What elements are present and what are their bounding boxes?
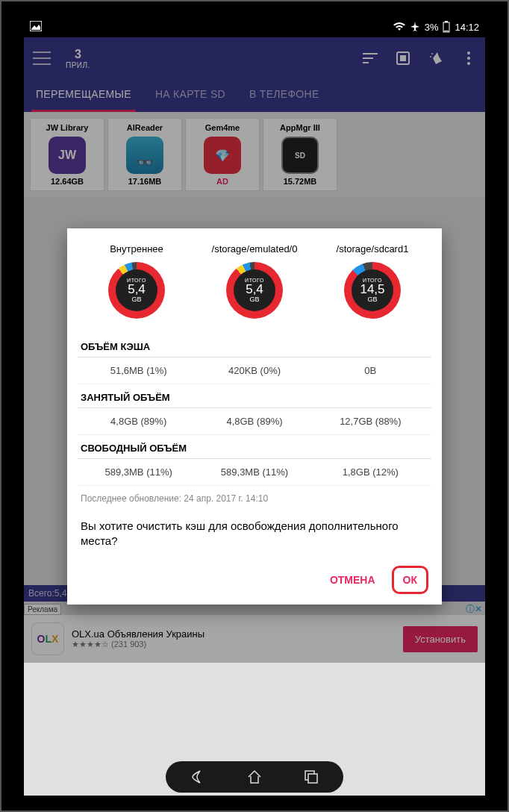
app-card[interactable]: Gem4me 💎 AD (185, 118, 260, 191)
svg-point-9 (431, 53, 433, 54)
app-icon: JW (49, 137, 86, 174)
clean-icon[interactable] (428, 51, 443, 66)
app-grid: JW Library JW 12.64GB AlReader 👓 17.16MB… (24, 112, 485, 197)
tabs: ПЕРЕМЕЩАЕМЫЕ НА КАРТЕ SD В ТЕЛЕФОНЕ (24, 79, 485, 112)
storage-dialog: Внутреннее ИТОГО 5,4 GB /storage/emulate… (67, 228, 442, 605)
sort-icon[interactable] (363, 51, 378, 66)
svg-point-12 (467, 57, 470, 60)
tab-phone[interactable]: В ТЕЛЕФОНЕ (237, 79, 331, 112)
airplane-icon (410, 22, 420, 32)
app-icon: SD (281, 137, 319, 174)
storage-emulated: /storage/emulated/0 ИТОГО 5,4 GB (196, 243, 313, 319)
svg-rect-3 (444, 31, 449, 31)
back-button[interactable] (188, 767, 207, 787)
dialog-prompt: Вы хотите очистить кэш для освобождения … (78, 511, 431, 563)
storage-sdcard: /storage/sdcard1 ИТОГО 14,5 GB (313, 243, 431, 319)
gauge-icon: ИТОГО 14,5 GB (344, 262, 401, 319)
app-icon: 💎 (204, 137, 241, 174)
svg-rect-2 (445, 21, 448, 22)
menu-icon[interactable] (33, 51, 51, 65)
app-icon: 👓 (126, 137, 163, 174)
svg-rect-5 (363, 57, 373, 59)
status-time: 14:12 (455, 22, 479, 33)
svg-rect-15 (308, 774, 317, 783)
battery-icon (443, 21, 450, 33)
app-header: 3 ПРИЛ. (24, 37, 485, 79)
recent-button[interactable] (302, 767, 321, 787)
gauge-icon: ИТОГО 5,4 GB (226, 262, 283, 319)
section-cache: ОБЪЁМ КЭША (78, 334, 431, 357)
gauge-icon: ИТОГО 5,4 GB (108, 262, 165, 319)
tab-sdcard[interactable]: НА КАРТЕ SD (143, 79, 237, 112)
svg-rect-6 (363, 62, 369, 63)
storage-internal: Внутреннее ИТОГО 5,4 GB (78, 243, 196, 319)
free-row: 589,3MB (11%) 589,3MB (11%) 1,8GB (12%) (78, 459, 431, 486)
svg-rect-8 (400, 55, 406, 61)
svg-point-13 (467, 62, 470, 65)
app-card[interactable]: AlReader 👓 17.16MB (107, 118, 182, 191)
last-update: Последнее обновление: 24 апр. 2017 г. 14… (78, 486, 431, 511)
storage-icon[interactable] (396, 51, 410, 66)
ad-rating: ★★★★☆ (231 903) (72, 640, 396, 649)
section-free: СВОБОДНЫЙ ОБЪЁМ (78, 435, 431, 459)
app-card[interactable]: JW Library JW 12.64GB (30, 118, 104, 191)
ad-banner[interactable]: ⓘ✕ OLX OLX.ua Объявления Украины ★★★★☆ (… (24, 615, 485, 663)
ad-title: OLX.ua Объявления Украины (72, 628, 396, 640)
svg-point-11 (467, 51, 470, 54)
used-row: 4,8GB (89%) 4,8GB (89%) 12,7GB (88%) (78, 408, 431, 435)
ad-label: Реклама (24, 604, 61, 615)
image-icon (30, 21, 42, 31)
battery-percent: 3% (425, 22, 439, 33)
wifi-icon (393, 22, 405, 31)
more-icon[interactable] (461, 51, 476, 66)
section-used: ЗАНЯТЫЙ ОБЪЁМ (78, 384, 431, 408)
svg-rect-4 (363, 53, 378, 54)
nav-bar (24, 758, 485, 796)
status-bar: 3% 14:12 (24, 16, 485, 37)
header-title: 3 ПРИЛ. (66, 48, 90, 69)
adchoice-icon[interactable]: ⓘ✕ (466, 603, 482, 616)
tab-movable[interactable]: ПЕРЕМЕЩАЕМЫЕ (24, 79, 143, 112)
svg-point-10 (430, 56, 431, 57)
install-button[interactable]: Установить (403, 626, 478, 652)
ok-button[interactable]: ОК (392, 566, 428, 594)
cache-row: 51,6MB (1%) 420KB (0%) 0B (78, 357, 431, 384)
home-button[interactable] (245, 767, 264, 787)
cancel-button[interactable]: ОТМЕНА (319, 566, 386, 593)
app-card[interactable]: AppMgr III SD 15.72MB (263, 118, 337, 191)
ad-app-icon: OLX (31, 622, 64, 655)
